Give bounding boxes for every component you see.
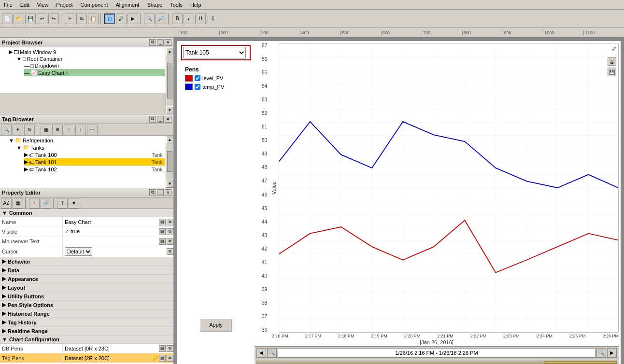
section-appearance[interactable]: ▶ Appearance: [0, 275, 173, 283]
expand-chart-button[interactable]: ⤢: [611, 45, 616, 52]
scroll-up-arrow[interactable]: ▲: [166, 47, 173, 55]
prop-sort-button[interactable]: AZ: [1, 198, 12, 209]
prop-bind-icon[interactable]: ▤: [159, 345, 166, 352]
menu-edit[interactable]: Edit: [16, 1, 33, 9]
prop-bind-icon[interactable]: ▤: [159, 228, 166, 235]
tag-filter-button[interactable]: ▦: [41, 125, 51, 135]
menu-help[interactable]: Help: [186, 1, 205, 9]
section-historical-range[interactable]: ▶ Historical Range: [0, 309, 173, 318]
prop-tag-pens-value[interactable]: Dataset [2R x 20C]: [63, 353, 152, 363]
section-utility-buttons[interactable]: ▶ Utility Buttons: [0, 292, 173, 301]
section-behavior[interactable]: ▶ Behavior: [0, 257, 173, 266]
menu-file[interactable]: File: [0, 1, 16, 9]
prop-ref-icon[interactable]: ⧉: [167, 345, 173, 352]
paste-button[interactable]: 📋: [88, 14, 99, 24]
prop-ref-icon[interactable]: ⧉: [167, 219, 173, 225]
cursor-select[interactable]: Default: [65, 247, 92, 256]
panel-minimize-button[interactable]: _: [157, 39, 164, 46]
tag-export-button[interactable]: ↑: [64, 125, 74, 135]
tag-refrigeration[interactable]: ▼ 📁 Refrigeration: [9, 137, 165, 144]
select-button[interactable]: ⬚: [104, 14, 115, 24]
save-button[interactable]: 💾: [25, 14, 36, 24]
tree-item-dropdown[interactable]: — □ Dropdown: [24, 62, 165, 69]
tag-import-button[interactable]: ↓: [75, 125, 86, 135]
nav-next-button[interactable]: ▶: [607, 348, 617, 358]
apply-button[interactable]: Apply: [199, 318, 232, 332]
section-chart-configuration[interactable]: ▼ Chart Configuration: [0, 336, 173, 344]
nav-zoom-out-button[interactable]: 🔍: [267, 348, 277, 358]
preview-button[interactable]: ▶: [128, 14, 138, 24]
prop-tag-pens-row[interactable]: Tag Pens Dataset [2R x 20C] 🔑 ▤ ⧉: [0, 353, 173, 363]
underline-button[interactable]: U: [195, 14, 206, 24]
prop-group-button[interactable]: ▦: [13, 198, 23, 209]
tag-scroll-down[interactable]: ▼: [166, 180, 173, 187]
prop-panel-minimize-button[interactable]: _: [157, 189, 164, 196]
prop-bind-icon[interactable]: ▤: [159, 238, 166, 245]
tank-dropdown[interactable]: Tank 105: [183, 47, 246, 58]
new-button[interactable]: 📄: [2, 14, 13, 24]
prop-mouseover-value[interactable]: [63, 237, 159, 246]
prop-more-button[interactable]: ▼: [69, 198, 79, 209]
zoom-in-button[interactable]: 🔍: [144, 14, 155, 24]
tag-extra-button[interactable]: ⋯: [87, 125, 98, 135]
prop-name-value[interactable]: Easy Chart: [63, 217, 159, 226]
section-data[interactable]: ▶ Data: [0, 266, 173, 275]
nav-prev-button[interactable]: ◀: [256, 348, 266, 358]
design-button[interactable]: 🖊: [116, 14, 127, 24]
menu-project[interactable]: Project: [52, 1, 76, 9]
cut-button[interactable]: ✂: [65, 14, 75, 24]
tree-item-root-container[interactable]: ▼ □ Root Container: [16, 56, 165, 62]
scroll-down-arrow[interactable]: ▼: [166, 106, 173, 114]
prop-visible-value[interactable]: ✓ true: [63, 227, 159, 236]
tag-panel-close-button[interactable]: ✕: [165, 116, 171, 123]
italic-button[interactable]: I: [184, 14, 194, 24]
prop-panel-restore-button[interactable]: ⧉: [149, 189, 156, 196]
prop-link-button[interactable]: 🔗: [41, 198, 51, 209]
menu-tools[interactable]: Tools: [166, 1, 186, 9]
tag-tank101[interactable]: ▶ 🏷 Tank 101 Tank: [24, 158, 165, 166]
prop-text-button[interactable]: T: [57, 198, 68, 209]
tag-search-button[interactable]: 🔍: [1, 125, 12, 135]
tag-panel-restore-button[interactable]: ⧉: [149, 116, 156, 123]
tag-tank100[interactable]: ▶ 🏷 Tank 100 Tank: [24, 151, 165, 158]
timeline-bar[interactable]: [256, 361, 617, 364]
menu-component[interactable]: Component: [77, 1, 112, 9]
tag-refresh-button[interactable]: ↻: [24, 125, 35, 135]
scrollbar-thumb[interactable]: [167, 63, 172, 98]
prop-ref-icon[interactable]: ⧉: [167, 355, 173, 362]
zoom-out-button[interactable]: 🔎: [156, 14, 166, 24]
chart-icon-2[interactable]: 💾: [608, 68, 616, 76]
pen-temp-checkbox[interactable]: [195, 84, 200, 90]
chart-svg-container[interactable]: ⤢ 🖨 💾: [279, 43, 619, 333]
tag-tank102[interactable]: ▶ 🏷 Tank 102 Tank: [24, 166, 165, 173]
prop-ref-icon[interactable]: ⧉: [167, 248, 173, 255]
open-button[interactable]: 📂: [14, 14, 24, 24]
tag-scroll-up[interactable]: ▲: [166, 136, 173, 143]
prop-bind-icon[interactable]: ▤: [159, 355, 166, 362]
section-pen-style-options[interactable]: ▶ Pen Style Options: [0, 301, 173, 309]
panel-restore-button[interactable]: ⧉: [149, 39, 156, 46]
tag-config-button[interactable]: ⚙: [52, 125, 63, 135]
tag-add-button[interactable]: +: [13, 125, 23, 135]
prop-panel-close-button[interactable]: ✕: [165, 189, 171, 196]
prop-db-pens-value[interactable]: Dataset [0R x 23C]: [63, 344, 159, 353]
menu-alignment[interactable]: Alignment: [112, 1, 143, 9]
tag-browser-scrollbar[interactable]: ▲ ▼: [166, 136, 173, 187]
tree-item-easy-chart[interactable]: — 📈 Easy Chart ✎: [24, 69, 165, 76]
nav-zoom-in-button[interactable]: 🔍: [596, 348, 606, 358]
tag-tanks[interactable]: ▼ 📁 Tanks: [16, 144, 165, 151]
tag-panel-minimize-button[interactable]: _: [157, 116, 164, 123]
prop-cursor-value[interactable]: Default: [63, 246, 167, 257]
chart-icon-1[interactable]: 🖨: [608, 57, 616, 66]
panel-close-button[interactable]: ✕: [165, 39, 171, 46]
prop-ref-icon[interactable]: ⧉: [167, 238, 173, 245]
bold-button[interactable]: B: [172, 14, 183, 24]
section-tag-history[interactable]: ▶ Tag History: [0, 318, 173, 327]
section-layout[interactable]: ▶ Layout: [0, 283, 173, 292]
redo-button[interactable]: ↪: [48, 14, 59, 24]
section-common[interactable]: ▼ Common: [0, 209, 173, 217]
tag-scrollbar-thumb[interactable]: [167, 151, 172, 172]
project-browser-scrollbar[interactable]: ▲ ▼: [166, 47, 173, 114]
undo-button[interactable]: ↩: [37, 14, 47, 24]
copy-button[interactable]: ⧉: [76, 14, 87, 24]
